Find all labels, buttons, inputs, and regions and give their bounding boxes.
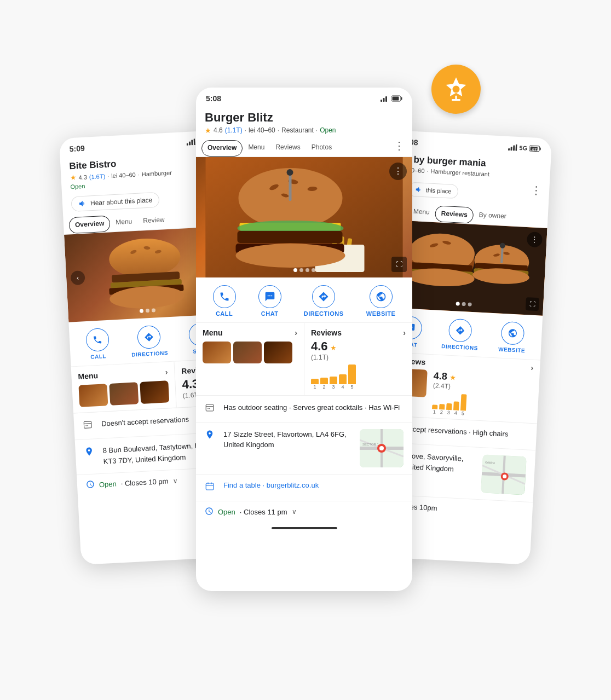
left-call-button[interactable]: CALL [85, 327, 110, 360]
right-more-button[interactable]: ⋮ [531, 183, 542, 197]
center-location-icon [205, 430, 217, 442]
svg-rect-66 [540, 147, 541, 150]
right-5g-icon: 5G [519, 144, 527, 152]
center-call-button[interactable]: CALL [213, 285, 236, 317]
center-directions-button[interactable]: DIRECTIONS [304, 285, 344, 317]
svg-text:Grădina: Grădina [485, 460, 495, 464]
svg-rect-17 [84, 421, 91, 428]
center-menu-chevron[interactable]: › [295, 328, 297, 337]
right-reviews-detail: 4.8 ★ (2.4T) 1 2 [392, 368, 533, 419]
right-website-circle [500, 321, 524, 345]
center-hours-row: Open · Closes 11 pm ∨ [196, 501, 412, 523]
right-hero-expand[interactable]: ⛶ [526, 297, 539, 311]
left-tab-menu[interactable]: Menu [110, 213, 139, 232]
center-address-text: 17 Sizzle Street, Flavortown, LA4 6FG, U… [223, 429, 353, 450]
svg-rect-4 [194, 138, 195, 145]
svg-rect-45 [206, 404, 214, 411]
center-more-button[interactable]: ⋮ [394, 139, 405, 152]
right-bar-1 [432, 404, 437, 409]
right-directions-button[interactable]: DIRECTIONS [441, 318, 480, 351]
svg-rect-21 [381, 100, 382, 102]
center-chat-button[interactable]: CHAT [258, 285, 281, 317]
right-map-thumb[interactable]: Grădina [481, 454, 527, 495]
right-reviews-arrow[interactable]: › [531, 363, 534, 372]
left-hours-open: Open [99, 479, 117, 489]
center-website-label: WEBSITE [366, 310, 396, 317]
left-menu-section: Menu › [71, 361, 176, 413]
left-category: Hamburger [141, 169, 172, 177]
hear-about-label: Hear about this place [90, 196, 153, 207]
center-thumb-3 [264, 342, 292, 363]
left-hours-chevron[interactable]: ∨ [172, 477, 178, 484]
center-hero-dots [293, 268, 315, 272]
center-hours-chevron[interactable]: ∨ [292, 508, 297, 516]
left-hero-prev[interactable]: ‹ [70, 270, 85, 285]
center-hours-open: Open [218, 508, 235, 516]
center-website-button[interactable]: WEBSITE [366, 285, 396, 317]
left-menu-title: Menu › [78, 367, 168, 381]
right-directions-label: DIRECTIONS [441, 343, 478, 351]
right-directions-circle [448, 318, 472, 342]
center-reviews-chevron[interactable]: › [403, 328, 406, 337]
center-card: 5:08 Burger Blitz ★ 4.6 (1.1T) [196, 88, 412, 591]
svg-point-0 [453, 85, 460, 92]
right-website-button[interactable]: WEBSITE [498, 321, 527, 353]
center-directions-circle [312, 285, 335, 308]
center-rating-count: (1.1T) [225, 126, 243, 134]
left-time: 5:09 [69, 143, 85, 153]
right-status-icons: 5G 67 [508, 143, 541, 152]
right-website-label: WEBSITE [498, 346, 526, 354]
center-hero-more[interactable]: ⋮ [389, 163, 407, 180]
center-hero-expand[interactable]: ⛶ [391, 257, 407, 272]
left-directions-circle [137, 325, 161, 349]
left-menu-chevron[interactable]: › [165, 367, 168, 376]
right-bar-5 [460, 394, 467, 410]
svg-rect-61 [508, 148, 510, 150]
right-audio-btn[interactable]: this place [407, 182, 459, 199]
center-address-row: 17 Sizzle Street, Flavortown, LA4 6FG, U… [196, 423, 412, 475]
left-directions-button[interactable]: DIRECTIONS [130, 325, 169, 357]
svg-rect-20 [88, 425, 89, 426]
right-reviews-content: Reviews › 4.8 ★ (2.4T) [392, 356, 533, 419]
svg-rect-43 [289, 173, 292, 201]
center-tab-photos[interactable]: Photos [306, 140, 337, 157]
center-bar-3 [330, 377, 337, 384]
center-place-meta: ★ 4.6 (1.1T) · lei 40–60 · Restaurant · … [205, 126, 404, 135]
left-rating-count: (1.6T) [89, 172, 105, 180]
center-bar-chart [311, 365, 406, 384]
svg-rect-19 [86, 425, 87, 426]
left-reservation-text: Doesn't accept reservations [101, 414, 189, 429]
center-directions-label: DIRECTIONS [304, 310, 344, 317]
center-tab-overview[interactable]: Overview [201, 140, 243, 157]
center-reviews-title: Reviews › [311, 328, 406, 337]
left-call-circle [85, 327, 109, 351]
center-home-indicator [272, 527, 337, 529]
center-attributes-row: Has outdoor seating · Serves great cockt… [196, 396, 412, 423]
center-rating-sub: (1.1T) [311, 354, 406, 361]
center-menu-section: Menu › [196, 323, 304, 395]
svg-text:67: 67 [532, 147, 537, 151]
hear-about-button[interactable]: Hear about this place [71, 192, 160, 211]
center-bar-1 [311, 379, 319, 384]
right-info-text: accept reservations · High chairs [405, 423, 509, 439]
left-location-icon [84, 446, 96, 459]
svg-rect-64 [516, 144, 517, 151]
svg-rect-40 [238, 231, 343, 243]
right-tab-byowner[interactable]: By owner [473, 207, 512, 225]
svg-point-42 [236, 244, 345, 268]
center-tab-bar: Overview Menu Reviews Photos [196, 138, 412, 157]
center-booking-text[interactable]: Find a table · burgerblitz.co.uk [223, 481, 319, 489]
center-category: Restaurant [281, 126, 314, 134]
left-star: ★ [70, 173, 77, 182]
center-place-name: Burger Blitz [205, 111, 404, 125]
center-tab-menu[interactable]: Menu [243, 140, 270, 157]
center-bar-labels: 1 2 3 4 5 [311, 384, 406, 390]
center-thumb-2 [233, 342, 262, 363]
center-star: ★ [205, 126, 211, 135]
center-hours-time: · Closes 11 pm [240, 508, 287, 516]
left-tab-overview[interactable]: Overview [68, 215, 111, 234]
center-map-thumb[interactable]: SECTOR 1 1 [360, 429, 404, 467]
right-tab-reviews[interactable]: Reviews [435, 205, 474, 224]
left-tab-reviews[interactable]: Review [137, 212, 171, 230]
center-tab-reviews[interactable]: Reviews [270, 140, 306, 157]
